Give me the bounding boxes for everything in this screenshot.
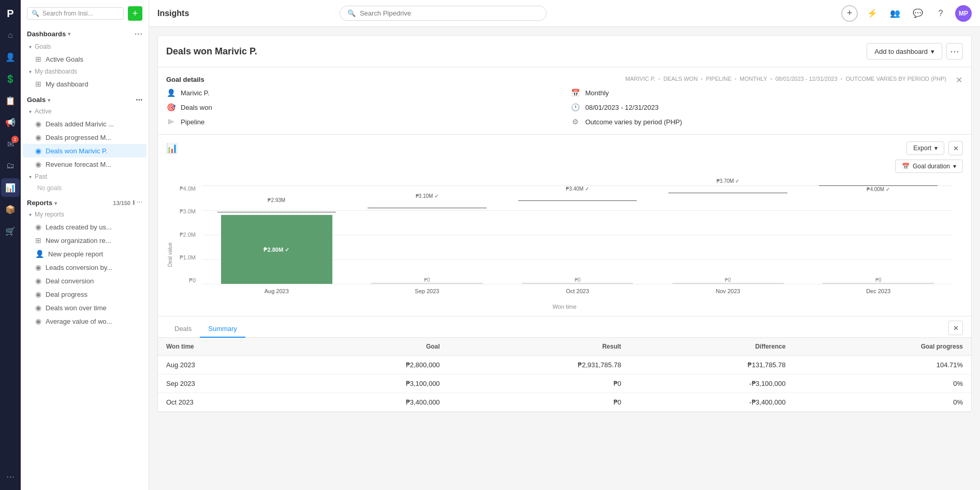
sidebar-item-avg-value[interactable]: ◉ Average value of wo... (23, 314, 147, 328)
my-dashboard-label: My dashboard (46, 80, 88, 88)
tab-deals[interactable]: Deals (166, 321, 200, 338)
global-search-box[interactable]: 🔍 (340, 6, 547, 21)
sidebar-item-active-goals[interactable]: ⊞ Active Goals (23, 52, 147, 66)
add-button[interactable]: + (841, 5, 858, 22)
outcome-detail-icon: ⚙ (571, 118, 580, 126)
sidebar-add-button[interactable]: + (128, 6, 142, 21)
dashboards-label: Dashboards (27, 30, 66, 38)
sidebar-item-deal-conversion[interactable]: ◉ Deal conversion (23, 274, 147, 287)
nav-projects-icon[interactable]: 🗂 (1, 156, 20, 175)
close-chart-button[interactable]: ✕ (948, 141, 963, 155)
dashboards-collapse-icon[interactable]: ▾ (68, 31, 70, 37)
sidebar-item-leads-created[interactable]: ◉ Leads created by us... (23, 220, 147, 234)
nav-contacts-icon[interactable]: 👤 (1, 48, 20, 66)
chat-icon[interactable]: 💬 (910, 5, 926, 22)
goal-duration-button[interactable]: 📅 Goal duration ▾ (895, 160, 963, 173)
goals-main-collapse-icon[interactable]: ▾ (48, 97, 50, 103)
my-reports-collapse-icon[interactable]: ▾ (29, 212, 32, 218)
cell-won-time-2: Oct 2023 (158, 393, 295, 412)
bars-container: ₱2.93M ₱2.80M ✓ Aug 2023 ₱3.10M ✓ (202, 185, 953, 284)
new-org-icon: ⊞ (35, 236, 41, 244)
nav-products-icon[interactable]: 📦 (1, 200, 20, 219)
avatar[interactable]: MP (955, 5, 972, 22)
sidebar-item-deals-won-over-time[interactable]: ◉ Deals won over time (23, 301, 147, 314)
search-magnifier-icon: 🔍 (347, 9, 356, 17)
sidebar-item-deals-won[interactable]: ◉ Deals won Marivic P. (23, 144, 147, 157)
nav-mail-icon[interactable]: ✉ (1, 135, 20, 153)
cell-difference-2: -₱3,400,000 (630, 393, 794, 412)
goals-sub-label: Goals (35, 43, 51, 50)
dec-x-label: Dec 2023 (866, 288, 890, 294)
sidebar-item-revenue-forecast[interactable]: ◉ Revenue forecast M... (23, 157, 147, 171)
export-button[interactable]: Export ▾ (906, 141, 944, 155)
sidebar-item-deal-progress[interactable]: ◉ Deal progress (23, 287, 147, 301)
nav-insights-icon[interactable]: 📊 (1, 178, 20, 197)
oct-bar (522, 283, 633, 284)
goal-close-button[interactable]: ✕ (953, 74, 965, 86)
col-goal: Goal (295, 338, 448, 356)
cell-won-time-0: Aug 2023 (158, 356, 295, 374)
export-chevron-icon: ▾ (934, 145, 938, 152)
top-bar-actions: + ⚡ 👥 💬 ? MP (841, 5, 972, 22)
past-sub-header: ▾ Past (21, 171, 149, 182)
contacts-nav-icon[interactable]: 👥 (887, 5, 903, 22)
nav-more-icon[interactable]: ⋯ (1, 467, 20, 486)
chart-bar-icon: 📊 (166, 142, 178, 154)
cell-goal-1: ₱3,100,000 (295, 374, 448, 393)
goals-collapse-icon[interactable]: ▾ (29, 44, 32, 50)
cell-difference-1: -₱3,100,000 (630, 374, 794, 393)
goal-metric-value: Deals won (181, 104, 212, 111)
sidebar-item-new-people[interactable]: 👤 New people report (23, 247, 147, 261)
nav-home-icon[interactable]: ⌂ (1, 26, 20, 45)
add-to-dashboard-button[interactable]: Add to dashboard ▾ (867, 43, 942, 60)
nav-campaigns-icon[interactable]: 📢 (1, 113, 20, 132)
deal-progress-icon: ◉ (35, 290, 41, 298)
nav-deals-icon[interactable]: 💲 (1, 69, 20, 88)
sidebar-item-my-dashboard[interactable]: ⊞ My dashboard (23, 77, 147, 91)
nav-marketplace-icon[interactable]: 🛒 (1, 222, 20, 240)
my-dashboards-label: My dashboards (35, 68, 77, 75)
add-dashboard-chevron-icon: ▾ (931, 48, 934, 55)
sidebar-item-leads-conversion[interactable]: ◉ Leads conversion by... (23, 261, 147, 274)
page-more-button[interactable]: ⋯ (946, 43, 963, 60)
breadcrumb-owner: MARIVIC P. (625, 76, 655, 82)
reports-info-icon[interactable]: ℹ (133, 199, 135, 206)
sidebar-item-new-org[interactable]: ⊞ New organization re... (23, 234, 147, 247)
global-search-input[interactable] (360, 9, 539, 17)
my-dashboards-collapse-icon[interactable]: ▾ (29, 69, 32, 75)
cell-difference-0: ₱131,785.78 (630, 356, 794, 374)
nov-target-line (668, 193, 787, 193)
dec-target-label: ₱4.00M ✓ (867, 186, 890, 192)
col-difference: Difference (630, 338, 794, 356)
tab-summary[interactable]: Summary (200, 321, 245, 338)
help-icon[interactable]: ? (932, 5, 949, 22)
breadcrumb-dot-4: • (770, 76, 772, 82)
new-people-icon: 👤 (35, 250, 44, 258)
breadcrumb-dates: 08/01/2023 - 12/31/2023 (776, 76, 838, 82)
sidebar-item-deals-added[interactable]: ◉ Deals added Marivic ... (23, 117, 147, 131)
main-content: Insights 🔍 + ⚡ 👥 💬 ? MP Deals won Marivi… (149, 0, 980, 490)
top-bar: Insights 🔍 + ⚡ 👥 💬 ? MP (149, 0, 980, 27)
table-close-button[interactable]: ✕ (948, 321, 963, 335)
leads-conversion-label: Leads conversion by... (46, 264, 112, 271)
oct-x-label: Oct 2023 (566, 288, 589, 294)
dashboards-more-icon[interactable]: ⋯ (134, 29, 142, 39)
nav-activities-icon[interactable]: 📋 (1, 91, 20, 110)
y-axis: ₱4.0M ₱3.0M ₱2.0M ₱1.0M ₱0 (166, 185, 200, 284)
reports-collapse-icon[interactable]: ▾ (54, 200, 57, 206)
reports-more-icon[interactable]: ⋯ (137, 199, 142, 206)
y-axis-title: Deal value (167, 242, 173, 267)
sidebar-item-deals-progressed[interactable]: ◉ Deals progressed M... (23, 131, 147, 144)
goal-breadcrumb: MARIVIC P. • DEALS WON • PIPELINE • MONT… (625, 76, 946, 82)
oct-zero-label: ₱0 (575, 277, 581, 283)
active-collapse-icon[interactable]: ▾ (29, 109, 32, 114)
past-collapse-icon[interactable]: ▾ (29, 174, 32, 180)
quick-add-icon[interactable]: ⚡ (864, 5, 881, 22)
summary-table: Won time Goal Result Difference Goal pro… (158, 338, 971, 412)
goals-more-icon[interactable]: ⋯ (136, 96, 142, 104)
aug-x-label: Aug 2023 (265, 288, 289, 294)
deals-added-label: Deals added Marivic ... (46, 120, 114, 128)
breadcrumb-track: PIPELINE (706, 76, 732, 82)
sidebar-search[interactable]: 🔍 Search from Insi... (27, 7, 124, 20)
deal-conversion-icon: ◉ (35, 277, 41, 285)
